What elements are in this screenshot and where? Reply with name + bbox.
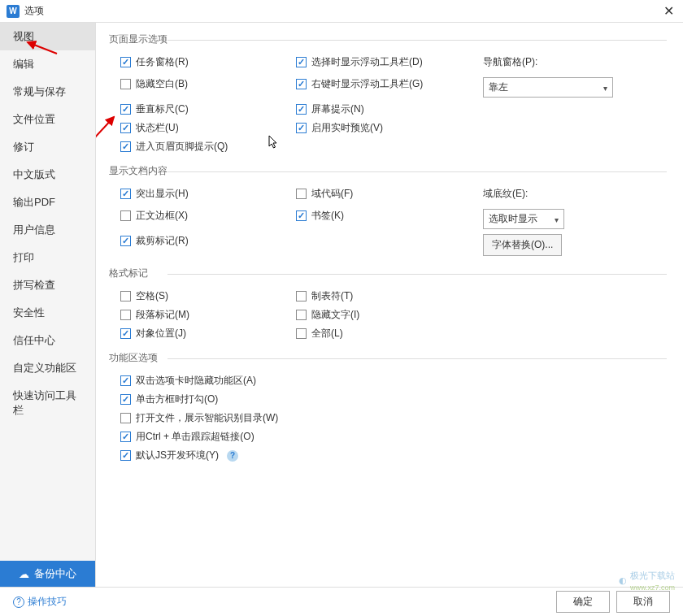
nav-pane-select[interactable]: 靠左 xyxy=(483,77,613,98)
section-doc-content: 显示文档内容 突出显示(H) 域代码(F) 域底纹(E): 正文边框(X) 书签… xyxy=(109,164,667,258)
checkbox-right-click-float-toolbar[interactable]: 右键时显示浮动工具栏(G) xyxy=(296,77,483,91)
checkbox-vertical-ruler[interactable]: 垂直标尺(C) xyxy=(120,102,296,116)
sidebar-item-1[interactable]: 编辑 xyxy=(0,50,95,78)
checkbox-status-bar[interactable]: 状态栏(U) xyxy=(120,121,296,135)
checkbox-hide-blank[interactable]: 隐藏空白(B) xyxy=(120,77,296,91)
section-ribbon: 功能区选项 双击选项卡时隐藏功能区(A) 单击方框时打勾(O) 打开文件，展示智… xyxy=(109,351,667,465)
sidebar-items: 视图编辑常规与保存文件位置修订中文版式输出PDF用户信息打印拼写检查安全性信任中… xyxy=(0,23,95,561)
checkbox-live-preview[interactable]: 启用实时预览(V) xyxy=(296,121,483,135)
checkbox-task-pane[interactable]: 任务窗格(R) xyxy=(120,55,296,69)
checkbox-text-border[interactable]: 正文边框(X) xyxy=(120,209,296,223)
sidebar-item-8[interactable]: 打印 xyxy=(0,244,95,271)
tips-label: 操作技巧 xyxy=(28,595,67,609)
tips-link[interactable]: ? 操作技巧 xyxy=(13,595,67,609)
checkbox-header-footer-tip[interactable]: 进入页眉页脚提示(Q) xyxy=(120,140,296,154)
footer: ? 操作技巧 确定 取消 xyxy=(0,587,683,616)
window-title: 选项 xyxy=(24,4,660,18)
sidebar-item-6[interactable]: 输出PDF xyxy=(0,189,95,216)
legend-format-marks: 格式标记 xyxy=(109,267,667,280)
sidebar-item-2[interactable]: 常规与保存 xyxy=(0,78,95,106)
sidebar-item-11[interactable]: 信任中心 xyxy=(0,327,95,354)
question-icon: ? xyxy=(13,596,24,608)
sidebar-item-9[interactable]: 拼写检查 xyxy=(0,271,95,299)
checkbox-dblclick-hide[interactable]: 双击选项卡时隐藏功能区(A) xyxy=(120,374,667,388)
checkbox-smart-toc[interactable]: 打开文件，展示智能识别目录(W) xyxy=(120,411,667,425)
content-area: 页面显示选项 任务窗格(R) 选择时显示浮动工具栏(D) 导航窗格(P): 隐藏… xyxy=(96,23,683,587)
section-format-marks: 格式标记 空格(S) 制表符(T) 段落标记(M) 隐藏文字(I) 对象位置(J… xyxy=(109,267,667,343)
legend-page-display: 页面显示选项 xyxy=(109,33,667,46)
backup-icon: ☁ xyxy=(19,568,29,580)
checkbox-field-code[interactable]: 域代码(F) xyxy=(296,187,483,201)
legend-ribbon: 功能区选项 xyxy=(109,351,667,365)
checkbox-tabs[interactable]: 制表符(T) xyxy=(296,289,483,303)
field-shading-label: 域底纹(E): xyxy=(483,187,646,201)
checkbox-object-pos[interactable]: 对象位置(J) xyxy=(120,327,296,341)
sidebar-item-10[interactable]: 安全性 xyxy=(0,299,95,327)
sidebar-item-4[interactable]: 修订 xyxy=(0,133,95,161)
sidebar-item-7[interactable]: 用户信息 xyxy=(0,216,95,244)
sidebar: 视图编辑常规与保存文件位置修订中文版式输出PDF用户信息打印拼写检查安全性信任中… xyxy=(0,23,96,587)
checkbox-crop-marks[interactable]: 裁剪标记(R) xyxy=(120,234,296,248)
checkbox-click-check[interactable]: 单击方框时打勾(O) xyxy=(120,393,667,406)
close-icon[interactable]: ✕ xyxy=(660,3,676,19)
section-page-display: 页面显示选项 任务窗格(R) 选择时显示浮动工具栏(D) 导航窗格(P): 隐藏… xyxy=(109,33,667,156)
legend-doc-content: 显示文档内容 xyxy=(109,164,667,178)
sidebar-item-3[interactable]: 文件位置 xyxy=(0,106,95,133)
checkbox-all[interactable]: 全部(L) xyxy=(296,327,483,341)
sidebar-item-13[interactable]: 快速访问工具栏 xyxy=(0,382,95,424)
titlebar: W 选项 ✕ xyxy=(0,0,683,23)
sidebar-item-5[interactable]: 中文版式 xyxy=(0,161,95,189)
nav-pane-label: 导航窗格(P): xyxy=(483,55,646,69)
field-shading-select[interactable]: 选取时显示 xyxy=(483,209,564,229)
font-replace-button[interactable]: 字体替换(O)... xyxy=(483,234,562,256)
checkbox-spaces[interactable]: 空格(S) xyxy=(120,289,296,303)
app-logo-icon: W xyxy=(7,5,20,18)
cancel-button[interactable]: 取消 xyxy=(616,591,670,613)
checkbox-select-float-toolbar[interactable]: 选择时显示浮动工具栏(D) xyxy=(296,55,483,69)
checkbox-default-js[interactable]: 默认JS开发环境(Y)? xyxy=(120,449,667,462)
checkbox-bookmarks[interactable]: 书签(K) xyxy=(296,209,483,223)
checkbox-hidden-text[interactable]: 隐藏文字(I) xyxy=(296,308,483,322)
checkbox-paragraph[interactable]: 段落标记(M) xyxy=(120,308,296,322)
sidebar-item-12[interactable]: 自定义功能区 xyxy=(0,354,95,382)
backup-center-button[interactable]: ☁ 备份中心 xyxy=(0,561,95,587)
checkbox-screen-tips[interactable]: 屏幕提示(N) xyxy=(296,102,483,116)
help-icon[interactable]: ? xyxy=(227,450,238,462)
backup-label: 备份中心 xyxy=(34,566,76,581)
sidebar-item-0[interactable]: 视图 xyxy=(0,23,95,50)
checkbox-highlight[interactable]: 突出显示(H) xyxy=(120,187,296,201)
checkbox-ctrl-click-link[interactable]: 用Ctrl + 单击跟踪超链接(O) xyxy=(120,430,667,444)
ok-button[interactable]: 确定 xyxy=(556,591,610,613)
